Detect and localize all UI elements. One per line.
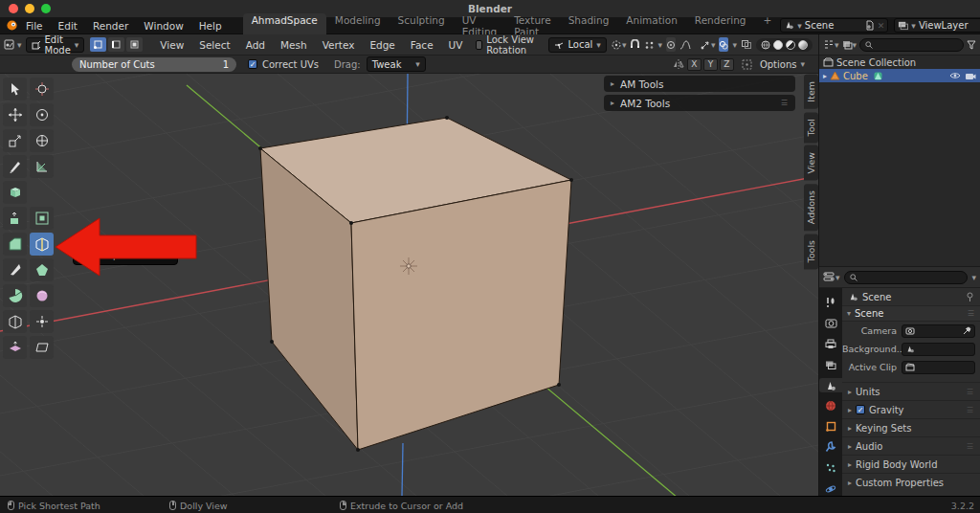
menu-edge[interactable]: Edge (364, 39, 400, 51)
properties-search-input[interactable] (860, 272, 963, 283)
proportional-falloff-dropdown[interactable] (679, 40, 691, 50)
number-of-cuts-field[interactable]: Number of Cuts 1 (72, 57, 236, 72)
menu-mesh[interactable]: Mesh (275, 39, 313, 51)
tool-cursor[interactable] (30, 78, 54, 100)
mirror-y-button[interactable]: Y (703, 58, 718, 71)
tab-tools[interactable]: Tools (804, 234, 818, 269)
disable-render-camera-icon[interactable] (965, 72, 976, 80)
blender-logo-icon[interactable] (6, 19, 18, 32)
gravity-checkbox[interactable]: ✓ (856, 405, 865, 414)
panel-gravity[interactable]: ▸✓Gravity☰ (842, 400, 980, 418)
show-overlays-button[interactable] (719, 37, 728, 52)
tool-transform[interactable] (30, 129, 54, 152)
options-dropdown[interactable]: Options▾ (760, 59, 805, 70)
snap-settings-dropdown[interactable]: ▾ (644, 40, 662, 50)
tab-item[interactable]: Item (804, 75, 818, 109)
mirror-z-button[interactable]: Z (720, 58, 734, 71)
face-select-mode-button[interactable] (126, 37, 143, 52)
tab-view[interactable]: View (804, 145, 818, 181)
tool-select-box[interactable] (3, 78, 27, 100)
tool-scale[interactable] (3, 129, 27, 152)
breadcrumb-scene[interactable]: Scene (862, 292, 892, 302)
outliner-search[interactable] (859, 38, 964, 52)
menu-select[interactable]: Select (193, 39, 235, 51)
tool-move[interactable] (3, 103, 27, 126)
menu-render[interactable]: Render (85, 20, 136, 32)
tool-loop-cut[interactable] (30, 233, 54, 256)
filter-funnel-icon[interactable] (967, 40, 976, 50)
xray-toggle-button[interactable] (741, 39, 752, 50)
tool-bevel[interactable] (3, 233, 27, 256)
menu-uv[interactable]: UV (443, 39, 469, 51)
shading-rendered-button[interactable] (798, 40, 808, 50)
pin-icon[interactable] (966, 292, 974, 302)
tool-add-cube[interactable] (3, 181, 27, 204)
properties-tab-world[interactable] (821, 399, 840, 413)
panel-units[interactable]: ▸Units☰ (842, 382, 980, 400)
properties-tab-tool[interactable] (821, 296, 840, 310)
menu-face[interactable]: Face (405, 39, 439, 51)
tool-shear[interactable] (30, 336, 54, 359)
hide-eye-icon[interactable] (949, 72, 961, 79)
tool-spin[interactable] (3, 284, 27, 307)
shading-solid-button[interactable] (773, 40, 783, 50)
camera-field[interactable] (902, 324, 975, 338)
menu-add[interactable]: Add (240, 39, 271, 51)
viewlayer-selector[interactable]: ▾ ViewLayer ✕ (894, 18, 980, 33)
scene-selector[interactable]: ▾ Scene ✕ (780, 18, 888, 33)
tab-addons[interactable]: Addons (804, 184, 818, 231)
tool-inset-faces[interactable] (30, 207, 54, 230)
menu-file[interactable]: File (18, 20, 51, 32)
transform-orientation-dropdown[interactable]: Local ▾ (548, 37, 606, 53)
properties-tab-particles[interactable] (821, 461, 840, 476)
panel-custom-properties[interactable]: ▸Custom Properties (842, 473, 980, 491)
proportional-editing-button[interactable] (666, 37, 676, 52)
properties-search[interactable] (844, 271, 969, 284)
menu-vertex[interactable]: Vertex (317, 39, 361, 51)
panel-rigid-body-world[interactable]: ▸Rigid Body World (842, 455, 980, 473)
show-gizmo-dropdown[interactable]: ▾ (701, 39, 716, 50)
properties-tab-physics[interactable] (821, 481, 840, 496)
tool-measure[interactable] (30, 155, 54, 178)
background-field[interactable] (902, 343, 975, 356)
snap-magnet-icon[interactable] (630, 39, 640, 50)
correct-uvs-checkbox[interactable]: ✓ (248, 59, 257, 69)
properties-options-dropdown[interactable]: ▾ (971, 273, 976, 282)
properties-tab-view-layer[interactable] (821, 358, 840, 372)
tool-snap-icon[interactable] (742, 59, 752, 70)
tool-vertex-slide[interactable] (30, 310, 54, 333)
pivot-point-dropdown[interactable]: ▾ (611, 39, 627, 51)
3d-viewport[interactable]: ▸AM Tools ▸AM2 Tools ☰ Item Tool View Ad… (0, 74, 818, 496)
properties-editor-type-button[interactable]: ▾ (823, 272, 840, 282)
mirror-x-button[interactable]: X (687, 58, 702, 71)
panel-keying-sets[interactable]: ▸Keying Sets (842, 418, 980, 436)
tool-annotate[interactable] (3, 155, 27, 178)
scene-panel-header[interactable]: ▾Scene ☰ (842, 305, 980, 322)
lock-view-rotation-checkbox[interactable] (476, 40, 482, 50)
active-clip-field[interactable] (902, 361, 975, 374)
menu-edit[interactable]: Edit (51, 20, 85, 32)
mode-dropdown[interactable]: Edit Mode ▾ (26, 37, 85, 53)
tab-tool[interactable]: Tool (804, 112, 818, 143)
editor-type-button[interactable]: ▾ (4, 39, 22, 51)
edge-select-mode-button[interactable] (108, 37, 124, 52)
npanel-am2-tools[interactable]: ▸AM2 Tools ☰ (604, 95, 795, 111)
eyedropper-icon[interactable] (963, 326, 971, 335)
expand-icon[interactable]: ▸ (823, 72, 827, 80)
unlink-scene-icon[interactable]: ✕ (878, 21, 885, 31)
menu-view[interactable]: View (154, 39, 189, 51)
menu-window[interactable]: Window (136, 20, 190, 32)
panel-audio[interactable]: ▸Audio☰ (842, 436, 980, 455)
tool-rotate[interactable] (30, 103, 54, 126)
shading-material-button[interactable] (786, 40, 795, 50)
vertex-select-mode-button[interactable] (90, 37, 106, 52)
drag-dropdown[interactable]: Tweak▾ (367, 56, 426, 72)
properties-tab-modifiers[interactable] (821, 440, 840, 455)
shading-wireframe-button[interactable] (761, 40, 770, 50)
outliner-row-cube[interactable]: ▸ Cube (819, 69, 980, 82)
properties-tab-scene[interactable] (819, 378, 842, 392)
menu-help[interactable]: Help (191, 20, 230, 32)
tool-knife[interactable] (3, 258, 27, 281)
tool-smooth[interactable] (30, 284, 54, 307)
new-scene-icon[interactable] (865, 20, 875, 31)
